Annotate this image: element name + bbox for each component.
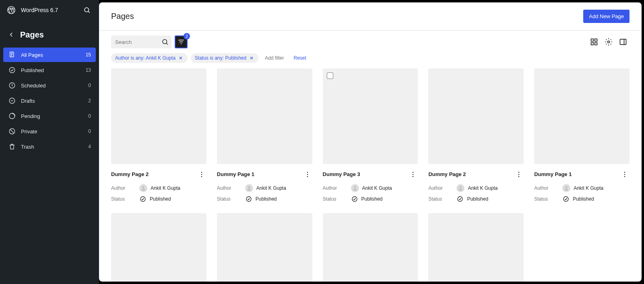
meta-author[interactable]: Ankit K Gupta	[562, 184, 630, 192]
page-preview[interactable]	[217, 213, 312, 282]
svg-point-33	[460, 186, 462, 188]
meta-author[interactable]: Ankit K Gupta	[351, 184, 418, 192]
svg-point-24	[246, 197, 251, 201]
sidebar-item-scheduled[interactable]: Scheduled0	[3, 78, 96, 93]
grid-scroll[interactable]: Dummy Page 2AuthorAnkit K GuptaStatusPub…	[99, 68, 642, 282]
check-circle-icon	[562, 195, 570, 203]
svg-point-8	[163, 39, 167, 44]
svg-rect-12	[595, 43, 597, 45]
page-title-link[interactable]: Dummy Page 1	[534, 171, 620, 177]
page-preview[interactable]	[217, 68, 312, 164]
sidebar-search-button[interactable]	[81, 4, 93, 16]
app-name[interactable]: WordPress 6.7	[21, 7, 81, 13]
page-preview[interactable]	[111, 68, 206, 164]
back-button[interactable]	[6, 30, 16, 39]
svg-rect-10	[595, 39, 597, 41]
page-card	[428, 213, 524, 282]
sidebar-item-trash[interactable]: Trash4	[3, 139, 96, 154]
private-icon	[8, 127, 16, 135]
meta-status: Published	[562, 195, 630, 203]
page-preview[interactable]	[323, 68, 418, 164]
page-card: Dummy Page 2AuthorAnkit K GuptaStatusPub…	[428, 68, 524, 203]
sidebar-item-count: 15	[86, 52, 91, 58]
add-filter-button[interactable]: Add filter	[262, 53, 287, 63]
sidebar-item-label: Drafts	[21, 98, 88, 104]
meta-author[interactable]: Ankit K Gupta	[139, 184, 206, 192]
meta-author[interactable]: Ankit K Gupta	[456, 184, 524, 192]
sidebar-item-label: Scheduled	[21, 83, 88, 89]
author-name: Ankit K Gupta	[256, 185, 286, 191]
add-new-page-button[interactable]: Add New Page	[583, 10, 630, 23]
svg-point-16	[201, 174, 202, 175]
sidebar-item-pending[interactable]: Pending0	[3, 109, 96, 123]
page-card: Dummy Page 2AuthorAnkit K GuptaStatusPub…	[111, 68, 206, 203]
filter-chip-label: Author is any: Ankit K Gupta	[115, 55, 175, 61]
sidebar-item-private[interactable]: Private0	[3, 124, 96, 139]
sidebar-item-count: 2	[88, 98, 91, 104]
sidebar-item-published[interactable]: Published13	[3, 63, 96, 77]
svg-point-26	[413, 174, 413, 175]
svg-point-25	[413, 172, 413, 172]
page-title-link[interactable]: Dummy Page 2	[428, 171, 514, 177]
meta-author[interactable]: Ankit K Gupta	[245, 184, 312, 192]
check-circle-icon	[139, 195, 147, 203]
close-icon[interactable]	[249, 55, 254, 61]
sidebar-item-count: 0	[88, 83, 91, 88]
svg-point-1	[85, 8, 89, 12]
page-preview[interactable]	[428, 68, 524, 164]
main-panel: Pages Add New Page 2 Author is any: Anki…	[99, 2, 642, 282]
page-title-link[interactable]: Dummy Page 3	[323, 171, 409, 177]
meta-label-status: Status	[111, 196, 139, 202]
svg-point-36	[624, 174, 625, 175]
card-actions-button[interactable]	[514, 170, 524, 179]
page-preview[interactable]	[428, 213, 524, 282]
svg-point-15	[201, 172, 202, 172]
card-title-row: Dummy Page 1	[217, 170, 312, 179]
card-actions-button[interactable]	[620, 170, 630, 179]
sidebar-item-label: Private	[21, 129, 88, 135]
reset-filters-button[interactable]: Reset	[291, 53, 310, 63]
meta-label-author: Author	[428, 185, 456, 191]
page-preview[interactable]	[323, 213, 418, 282]
sidebar-item-all-pages[interactable]: All Pages15	[3, 48, 96, 62]
status-text: Published	[467, 196, 488, 202]
sidebar-item-label: Pending	[21, 113, 88, 119]
wordpress-logo-icon[interactable]	[6, 5, 16, 15]
sidebar-heading-title: Pages	[20, 30, 44, 39]
status-text: Published	[573, 196, 594, 202]
svg-point-38	[566, 186, 568, 188]
cards-grid: Dummy Page 2AuthorAnkit K GuptaStatusPub…	[111, 68, 630, 282]
settings-button[interactable]	[602, 35, 615, 48]
svg-point-39	[564, 197, 568, 201]
close-icon[interactable]	[178, 55, 184, 61]
svg-point-34	[458, 197, 462, 201]
card-meta: AuthorAnkit K GuptaStatusPublished	[111, 184, 206, 203]
sidebar-item-label: All Pages	[21, 52, 86, 58]
svg-point-31	[518, 174, 519, 175]
filter-chip[interactable]: Author is any: Ankit K Gupta	[111, 53, 188, 63]
filter-chip[interactable]: Status is any: Published	[191, 53, 258, 63]
page-card: Dummy Page 1AuthorAnkit K GuptaStatusPub…	[534, 68, 630, 203]
meta-label-author: Author	[323, 185, 351, 191]
sidebar-item-count: 0	[88, 129, 91, 134]
check-circle-icon	[8, 66, 16, 74]
card-actions-button[interactable]	[197, 170, 206, 179]
grid-view-button[interactable]	[588, 35, 601, 48]
page-preview[interactable]	[534, 68, 630, 164]
filter-button[interactable]: 2	[175, 35, 188, 48]
card-actions-button[interactable]	[303, 170, 312, 179]
panel-toggle-button[interactable]	[617, 35, 630, 48]
sidebar-item-drafts[interactable]: Drafts2	[3, 93, 96, 108]
page-preview[interactable]	[111, 213, 206, 282]
search-icon[interactable]	[160, 37, 170, 47]
meta-label-status: Status	[428, 196, 456, 202]
page-title-link[interactable]: Dummy Page 1	[217, 171, 303, 177]
select-checkbox[interactable]	[327, 73, 333, 79]
draft-icon	[8, 97, 16, 105]
page-title-link[interactable]: Dummy Page 2	[111, 171, 197, 177]
check-circle-icon	[456, 195, 464, 203]
sidebar-item-label: Published	[21, 67, 86, 73]
card-actions-button[interactable]	[408, 170, 418, 179]
card-title-row: Dummy Page 1	[534, 170, 630, 179]
svg-point-37	[624, 176, 625, 177]
